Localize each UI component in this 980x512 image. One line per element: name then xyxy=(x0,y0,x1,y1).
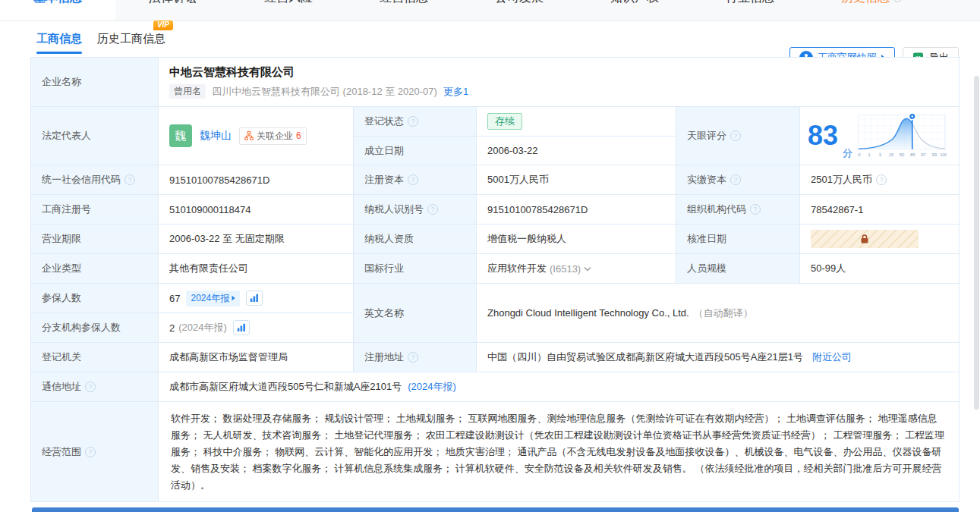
top-nav: 基本信息 法律诉讼 经营风险 经营信息 公司发展 知识产权 行业信息 历史信息 xyxy=(0,0,980,21)
staff-size-value: 50-99人 xyxy=(800,254,960,284)
svg-text:50: 50 xyxy=(900,152,905,157)
org-code-label-text: 组织机构代码 xyxy=(687,203,746,216)
score-label: 天眼评分 ? xyxy=(676,107,800,165)
reg-address-label-text: 注册地址 xyxy=(364,350,404,364)
svg-text:0: 0 xyxy=(858,152,861,157)
bar-chart-icon xyxy=(250,294,259,303)
taxpayer-quality-value: 增值税一般纳税人 xyxy=(477,225,676,254)
industry-label: 国标行业 xyxy=(354,254,477,284)
industry-cell: 应用软件开发 (I6513) xyxy=(477,254,676,284)
subtab-history-business-info[interactable]: 历史工商信息 VIP xyxy=(97,32,165,46)
reg-authority-label: 登记机关 xyxy=(31,343,159,372)
reg-address-help-icon[interactable]: ? xyxy=(408,352,418,363)
svg-text:15: 15 xyxy=(889,152,894,157)
reg-capital-label: 注册资本 ? xyxy=(354,165,477,195)
former-name: 四川中地云智慧科技有限公司 (2018-12 至 2020-07) xyxy=(212,85,437,99)
reg-authority-value: 成都高新区市场监督管理局 xyxy=(159,343,354,372)
tab-company-development[interactable]: 公司发展 xyxy=(462,0,577,21)
business-term-value: 2006-03-22 至 无固定期限 xyxy=(159,225,354,254)
former-name-tag: 曾用名 xyxy=(169,84,206,99)
insured-label: 参保人数 xyxy=(31,284,159,313)
org-code-value: 78542867-1 xyxy=(800,195,960,225)
reg-address-label: 注册地址 ? xyxy=(354,343,477,372)
sub-tabs: 工商信息 历史工商信息 VIP xyxy=(0,32,165,46)
paid-capital-value-help-icon[interactable]: ? xyxy=(876,174,887,185)
org-code-help-icon[interactable]: ? xyxy=(750,204,761,215)
business-scope-value: 软件开发； 数据处理及存储服务； 规划设计管理； 土地规划服务； 互联网地图服务… xyxy=(159,402,960,502)
mail-address-report-link[interactable]: (2024年报) xyxy=(408,380,456,394)
subtab-history-label: 历史工商信息 xyxy=(97,32,165,45)
reg-address-cell: 中国（四川）自由贸易试验区成都高新区府城大道西段505号A座21层1号 附近公司 xyxy=(477,343,960,372)
branch-insured-trend-button[interactable] xyxy=(233,320,250,335)
svg-text:97: 97 xyxy=(921,152,926,157)
paid-capital-label: 实缴资本 ? xyxy=(676,165,800,195)
taxpayer-quality-label: 纳税人资质 xyxy=(354,225,477,254)
tab-history-help-icon xyxy=(893,0,902,2)
legal-rep-avatar[interactable]: 魏 xyxy=(169,124,192,147)
insured-count: 67 xyxy=(169,293,180,304)
company-name-label: 企业名称 xyxy=(31,58,159,107)
nearby-companies-link[interactable]: 附近公司 xyxy=(812,350,852,364)
business-scope-help-icon[interactable]: ? xyxy=(85,447,96,457)
business-info-table: 企业名称 中地云智慧科技有限公司 曾用名 四川中地云智慧科技有限公司 (2018… xyxy=(30,57,960,502)
legal-rep-label: 法定代表人 xyxy=(31,107,159,165)
reg-number-value: 510109000118474 xyxy=(159,195,354,225)
english-name-note: （自动翻译） xyxy=(694,306,753,320)
tab-legal[interactable]: 法律诉讼 xyxy=(115,0,231,21)
section-toolbar: 工商信息 历史工商信息 VIP 工商官网快照 xyxy=(0,21,980,57)
top-nav-tabs: 基本信息 法律诉讼 经营风险 经营信息 公司发展 知识产权 行业信息 历史信息 xyxy=(0,0,980,21)
svg-text:99: 99 xyxy=(932,152,937,157)
company-name-cell: 中地云智慧科技有限公司 曾用名 四川中地云智慧科技有限公司 (2018-12 至… xyxy=(159,58,960,107)
chevron-down-icon[interactable] xyxy=(584,266,591,272)
paid-capital-help-icon[interactable]: ? xyxy=(730,174,741,185)
related-companies-count: 6 xyxy=(296,130,301,141)
related-companies-badge[interactable]: 关联企业 6 xyxy=(239,127,307,145)
lock-icon xyxy=(859,234,870,244)
score-help-icon[interactable]: ? xyxy=(730,130,741,141)
tab-industry-info[interactable]: 行业信息 xyxy=(692,0,808,21)
insured-trend-button[interactable] xyxy=(246,291,263,306)
more-former-names-link[interactable]: 更多1 xyxy=(443,85,468,99)
annual-report-badge[interactable]: 2024年报 xyxy=(186,291,240,306)
reg-status-help-icon[interactable]: ? xyxy=(408,116,418,127)
reg-status-label-text: 登记状态 xyxy=(364,115,404,128)
uscc-help-icon[interactable]: ? xyxy=(124,174,135,185)
branch-insured-note: (2024年报) xyxy=(178,321,227,335)
page-scrollbar[interactable] xyxy=(974,76,979,410)
paid-capital-value: 2501万人民币 xyxy=(811,173,872,187)
branch-insured-count: 2 xyxy=(169,322,175,334)
tab-intellectual-property[interactable]: 知识产权 xyxy=(577,0,692,21)
reg-capital-help-icon[interactable]: ? xyxy=(408,174,418,185)
org-network-icon xyxy=(244,131,254,140)
paid-capital-label-text: 实缴资本 xyxy=(687,173,726,187)
legal-rep-cell: 魏 魏坤山 关联企业 6 xyxy=(159,107,354,165)
org-code-label: 组织机构代码 ? xyxy=(676,195,800,225)
taxpayer-id-label: 纳税人识别号 ? xyxy=(354,195,477,225)
industry-code: (I6513) xyxy=(550,263,581,275)
bar-chart-icon xyxy=(237,323,246,332)
subtab-business-info[interactable]: 工商信息 xyxy=(36,32,82,46)
tab-operation-risk[interactable]: 经营风险 xyxy=(231,0,346,21)
tab-history-info[interactable]: 历史信息 xyxy=(808,0,935,21)
business-scope-label: 经营范围 ? xyxy=(31,402,159,502)
score-cell[interactable]: 83 分 xyxy=(800,107,960,165)
taxpayer-id-help-icon[interactable]: ? xyxy=(427,204,438,215)
svg-text:85: 85 xyxy=(910,152,915,157)
company-profile-page: 基本信息 法律诉讼 经营风险 经营信息 公司发展 知识产权 行业信息 历史信息 … xyxy=(0,0,980,512)
score-unit: 分 xyxy=(843,146,852,160)
establish-date-value: 2006-03-22 xyxy=(477,137,676,165)
score-value: 83 xyxy=(808,122,838,149)
tab-basic-info[interactable]: 基本信息 xyxy=(0,0,115,21)
reg-number-label: 工商注册号 xyxy=(31,195,159,225)
english-name-label: 英文名称 xyxy=(354,284,477,343)
establish-date-label: 成立日期 xyxy=(354,137,477,165)
reg-capital-label-text: 注册资本 xyxy=(364,173,404,187)
company-type-label: 企业类型 xyxy=(31,254,159,284)
mail-address-label: 通信地址 ? xyxy=(31,372,159,402)
tab-operation-info[interactable]: 经营信息 xyxy=(346,0,462,21)
legal-rep-name-link[interactable]: 魏坤山 xyxy=(200,129,232,143)
locked-value[interactable] xyxy=(811,230,919,248)
english-name-value: Zhongdi Cloud Intelligent Technology Co.… xyxy=(487,307,689,319)
paid-capital-cell: 2501万人民币 ? xyxy=(800,165,960,195)
mail-address-help-icon[interactable]: ? xyxy=(85,382,96,392)
